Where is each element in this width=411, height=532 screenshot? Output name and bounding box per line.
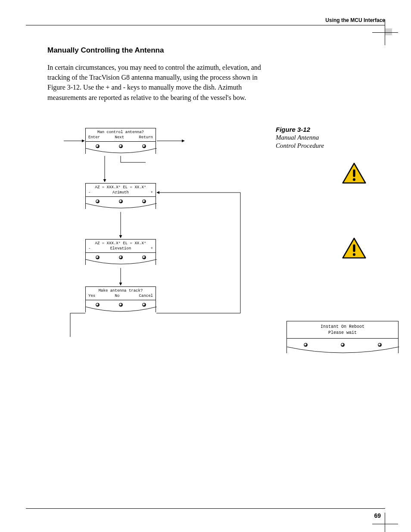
mcu-button[interactable] [142,199,146,203]
mcu-button[interactable] [142,255,146,259]
lcd-btn-label: Azimuth [112,190,129,195]
figure-number: Figure 3-12 [276,126,371,133]
mcu-screen-1: Man control antenna? Enter Next Return [85,128,156,154]
lcd-btn-label: + [151,190,153,195]
mcu-button[interactable] [119,255,123,259]
mcu-screen-3: AZ = XXX.X° EL = XX.X° - Elevation + [85,239,156,265]
svg-point-2 [353,178,355,181]
mcu-button[interactable] [96,199,100,203]
mcu-screen-4: Make antenna track? Yes No Cancel [85,286,156,312]
flowchart: Man control antenna? Enter Next Return A… [64,126,249,337]
mcu-button[interactable] [96,255,100,259]
lcd-line1: Man control antenna? [86,130,156,135]
mcu-button[interactable] [341,343,345,347]
lcd-line1: AZ = XXX.X° EL = XX.X° [86,241,156,246]
lcd-line1: Instant On Reboot [287,324,398,330]
figure-caption-line1: Manual Antenna [276,134,371,141]
mcu-screen-2: AZ = XXX.X° EL = XX.X° - Azimuth + [85,183,156,209]
mcu-button[interactable] [304,343,308,347]
lcd-btn-label: - [88,246,90,251]
crop-mark-v [385,19,385,45]
mcu-button[interactable] [96,144,100,148]
section-heading: Manually Controlling the Antenna [47,46,164,55]
lcd-btn-label: No [115,293,119,299]
svg-point-5 [353,253,355,256]
body-paragraph: In certain circumstances, you may need t… [47,62,271,103]
mcu-screen-reboot: Instant On Reboot Please wait [286,321,403,353]
lcd-line1: Make antenna track? [86,288,156,293]
footer-rule [26,508,385,509]
lcd-line1: AZ = XXX.X° EL = XX.X° [86,185,156,190]
warning-icon [342,237,366,259]
mcu-button[interactable] [119,199,123,203]
lcd-btn-label: Next [115,135,125,140]
lcd-line2: Please wait [287,330,398,336]
crop-mark-v [385,513,385,532]
mcu-button[interactable] [378,343,382,347]
lcd-btn-label: Cancel [139,293,153,299]
mcu-button[interactable] [119,303,123,307]
crop-mark-box [385,28,392,35]
running-header: Using the MCU Interface [325,17,385,23]
lcd-btn-label: + [151,246,153,251]
crop-mark-h [372,524,398,524]
mcu-button[interactable] [96,303,100,307]
page-number: 69 [374,512,381,519]
svg-rect-1 [353,169,355,177]
lcd-btn-label: Elevation [110,246,131,251]
lcd-btn-label: Enter [88,135,100,140]
mcu-button[interactable] [142,144,146,148]
figure-caption-line2: Control Procedure [276,142,371,149]
lcd-btn-label: - [88,190,90,195]
mcu-button[interactable] [142,303,146,307]
svg-rect-4 [353,244,355,252]
lcd-btn-label: Return [139,135,153,140]
crop-mark-h [372,32,398,33]
warning-icon [342,162,366,184]
header-rule [26,25,385,25]
mcu-button[interactable] [119,144,123,148]
lcd-btn-label: Yes [88,293,95,299]
